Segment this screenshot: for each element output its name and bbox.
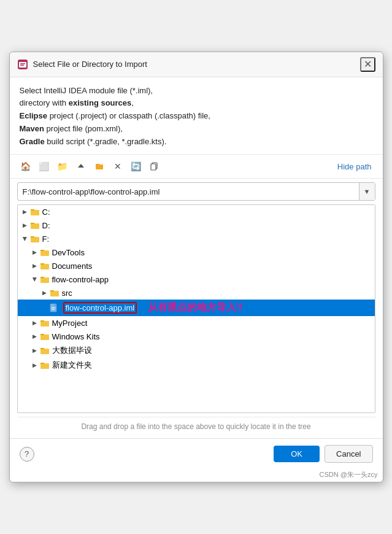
footer: ? OK Cancel <box>10 438 383 469</box>
select-file-dialog: Select File or Directory to Import ✕ Sel… <box>9 52 383 483</box>
tree-arrow-c: ▶ <box>20 207 30 217</box>
hide-path-button[interactable]: Hide path <box>334 160 375 173</box>
svg-rect-18 <box>40 335 49 340</box>
tree-label-windows-kits: Windows Kits <box>52 332 100 341</box>
tree-item-flow-control-app[interactable]: ▶ flow-control-app <box>18 273 375 286</box>
svg-rect-13 <box>50 291 59 296</box>
desc-line5-bold: Gradle <box>20 137 45 146</box>
svg-rect-20 <box>40 363 49 369</box>
svg-rect-2 <box>20 63 25 64</box>
folder-icon-documents <box>40 261 50 271</box>
folder-icon-windows-kits <box>40 331 50 341</box>
tree-arrow-src: ▶ <box>40 288 50 298</box>
tree-label-myproject: MyProject <box>52 319 88 328</box>
tree-item-windows-kits[interactable]: ▶ Windows Kits <box>18 330 375 343</box>
path-dropdown-button[interactable]: ▼ <box>359 183 375 200</box>
tree-label-devtools: DevTools <box>52 248 85 257</box>
svg-rect-19 <box>40 349 49 354</box>
file-icon-flow-control-app-iml <box>50 303 60 313</box>
tree-item-myproject[interactable]: ▶ MyProject <box>18 316 375 330</box>
drag-hint: Drag and drop a file into the space abov… <box>17 417 375 436</box>
tree-label-d: D: <box>42 221 50 230</box>
tree-item-flow-control-app-iml[interactable]: flow-control-app.iml从有黑点的地方导入!! <box>18 300 375 316</box>
desc-line2-bold: existing sources <box>69 98 132 107</box>
desc-line4-suffix: project file (pom.xml), <box>44 124 123 133</box>
close-button[interactable]: ✕ <box>360 57 375 72</box>
tree-item-d[interactable]: ▶ D: <box>18 219 375 232</box>
help-button[interactable]: ? <box>20 447 34 462</box>
tree-arrow-bigdata: ▶ <box>30 346 40 355</box>
svg-rect-8 <box>31 223 39 229</box>
desc-line5-suffix: build script (*.gradle, *.gradle.kts). <box>45 137 167 146</box>
folder-icon-d <box>30 220 40 230</box>
home-button[interactable]: 🏠 <box>17 158 34 174</box>
desc-line2-suffix: , <box>131 98 134 107</box>
folder-icon-src <box>50 288 60 298</box>
tree-arrow-newfolder: ▶ <box>30 360 40 370</box>
desc-line1: Select IntelliJ IDEA module file (*.iml)… <box>20 86 153 95</box>
folder-icon-devtools <box>40 247 50 257</box>
svg-rect-12 <box>40 277 49 283</box>
tree-label-flow-control-app-iml: flow-control-app.iml <box>66 303 135 312</box>
file-tree[interactable]: ▶ C:▶ D:▶ F:▶ DevTools▶ Documents▶ flow-… <box>17 204 375 413</box>
desc-line3-suffix: project (.project) or classpath (.classp… <box>47 111 210 120</box>
description-block: Select IntelliJ IDEA module file (*.iml)… <box>10 77 383 155</box>
tree-item-newfolder[interactable]: ▶ 新建文件夹 <box>18 358 375 373</box>
svg-rect-10 <box>40 250 49 256</box>
tree-arrow-devtools: ▶ <box>30 247 40 257</box>
tree-label-documents: Documents <box>52 261 93 271</box>
dialog-title: Select File or Directory to Import <box>33 60 360 69</box>
refresh-button[interactable]: 🔄 <box>128 158 145 174</box>
svg-rect-16 <box>52 309 55 309</box>
svg-rect-11 <box>40 264 49 269</box>
tree-arrow-d: ▶ <box>20 220 30 230</box>
tree-item-bigdata[interactable]: ▶ 大数据毕设 <box>18 343 375 358</box>
folder-icon-bigdata <box>40 346 50 355</box>
delete-button[interactable]: ✕ <box>109 158 126 174</box>
svg-rect-7 <box>31 210 39 215</box>
tree-arrow-windows-kits: ▶ <box>30 331 40 341</box>
tree-item-devtools[interactable]: ▶ DevTools <box>18 246 375 259</box>
desc-line3-bold: Eclipse <box>20 111 48 120</box>
tree-item-documents[interactable]: ▶ Documents <box>18 259 375 273</box>
tree-arrow-f: ▶ <box>20 234 30 244</box>
selected-box: flow-control-app.iml <box>63 302 137 314</box>
tree-arrow-documents: ▶ <box>30 261 40 271</box>
svg-rect-17 <box>40 321 49 327</box>
tree-label-f: F: <box>42 234 50 244</box>
tree-arrow-myproject: ▶ <box>30 318 40 328</box>
folder-icon-flow-control-app <box>40 274 50 284</box>
ok-button[interactable]: OK <box>274 446 320 462</box>
dialog-icon <box>17 59 28 70</box>
tree-label-src: src <box>62 288 72 298</box>
annotation-text: 从有黑点的地方导入!! <box>148 301 243 314</box>
path-input[interactable] <box>18 184 359 199</box>
tree-label-newfolder: 新建文件夹 <box>52 360 92 371</box>
path-bar: ▼ <box>17 182 375 201</box>
svg-rect-15 <box>52 308 55 308</box>
tree-arrow-flow-control-app: ▶ <box>30 274 40 284</box>
desc-line4-bold: Maven <box>20 124 44 133</box>
folder-icon-myproject <box>40 318 50 328</box>
folder-icon-c <box>30 207 40 217</box>
toolbar: 🏠 ⬜ 📁 ✕ 🔄 Hide path <box>10 155 383 179</box>
tree-item-f[interactable]: ▶ F: <box>18 232 375 246</box>
tree-arrow-flow-control-app-iml <box>40 303 50 313</box>
svg-rect-9 <box>31 237 39 242</box>
tree-item-src[interactable]: ▶ src <box>18 286 375 300</box>
svg-rect-4 <box>96 164 103 169</box>
tree-label-bigdata: 大数据毕设 <box>52 345 92 356</box>
svg-rect-6 <box>151 164 156 170</box>
new-folder-button[interactable]: 📁 <box>54 158 71 174</box>
up-button[interactable] <box>72 158 90 174</box>
copy-path-button[interactable] <box>146 158 163 174</box>
desktop-button[interactable]: ⬜ <box>36 158 53 174</box>
cancel-button[interactable]: Cancel <box>325 445 372 463</box>
tree-label-c: C: <box>42 207 50 217</box>
tree-label-flow-control-app: flow-control-app <box>52 275 109 284</box>
desc-line2-prefix: directory with <box>20 98 69 107</box>
folder-view-button[interactable] <box>91 158 108 174</box>
watermark: CSDN @朱一头zcy <box>10 469 383 482</box>
tree-item-c[interactable]: ▶ C: <box>18 205 375 219</box>
title-bar: Select File or Directory to Import ✕ <box>10 52 383 77</box>
